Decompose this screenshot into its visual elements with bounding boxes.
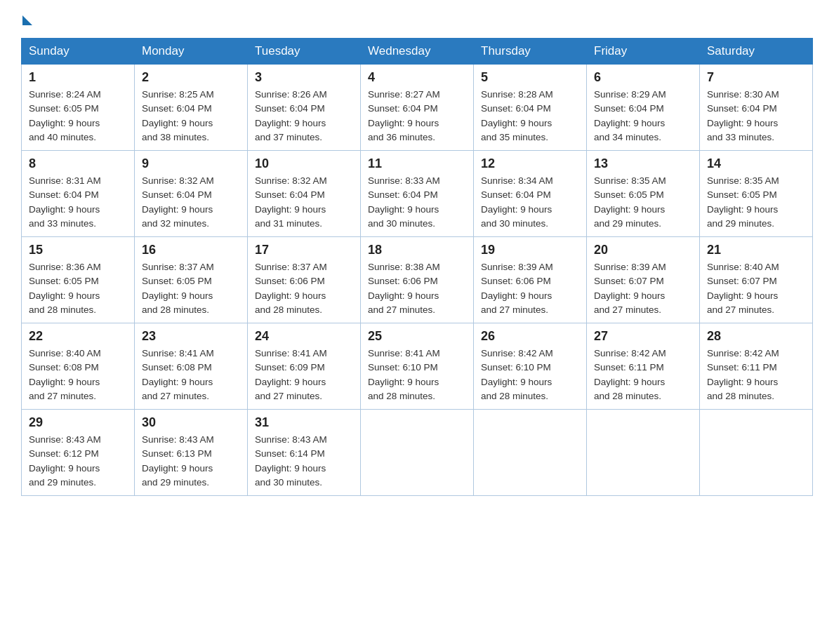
day-number: 1 bbox=[29, 70, 127, 85]
day-number: 13 bbox=[594, 156, 692, 171]
day-info: Sunrise: 8:43 AMSunset: 6:12 PMDaylight:… bbox=[29, 433, 127, 490]
calendar-cell: 7 Sunrise: 8:30 AMSunset: 6:04 PMDayligh… bbox=[700, 65, 813, 151]
day-info: Sunrise: 8:39 AMSunset: 6:07 PMDaylight:… bbox=[594, 260, 692, 317]
logo bbox=[21, 14, 32, 25]
day-number: 4 bbox=[368, 70, 466, 85]
weekday-header-wednesday: Wednesday bbox=[361, 39, 474, 65]
day-number: 6 bbox=[594, 70, 692, 85]
calendar-table: SundayMondayTuesdayWednesdayThursdayFrid… bbox=[21, 38, 813, 496]
calendar-cell: 1 Sunrise: 8:24 AMSunset: 6:05 PMDayligh… bbox=[22, 65, 135, 151]
weekday-header-tuesday: Tuesday bbox=[248, 39, 361, 65]
calendar-cell: 29 Sunrise: 8:43 AMSunset: 6:12 PMDaylig… bbox=[22, 410, 135, 496]
day-number: 18 bbox=[368, 243, 466, 257]
day-number: 19 bbox=[481, 243, 579, 257]
calendar-cell: 23 Sunrise: 8:41 AMSunset: 6:08 PMDaylig… bbox=[135, 323, 248, 410]
calendar-cell: 3 Sunrise: 8:26 AMSunset: 6:04 PMDayligh… bbox=[248, 65, 361, 151]
day-number: 14 bbox=[707, 156, 805, 171]
day-info: Sunrise: 8:41 AMSunset: 6:09 PMDaylight:… bbox=[255, 347, 353, 403]
weekday-header-row: SundayMondayTuesdayWednesdayThursdayFrid… bbox=[22, 39, 813, 65]
day-number: 27 bbox=[594, 329, 692, 344]
calendar-cell: 21 Sunrise: 8:40 AMSunset: 6:07 PMDaylig… bbox=[700, 237, 813, 323]
calendar-cell: 20 Sunrise: 8:39 AMSunset: 6:07 PMDaylig… bbox=[587, 237, 700, 323]
calendar-cell: 9 Sunrise: 8:32 AMSunset: 6:04 PMDayligh… bbox=[135, 151, 248, 237]
weekday-header-friday: Friday bbox=[587, 39, 700, 65]
day-number: 25 bbox=[368, 329, 466, 344]
day-info: Sunrise: 8:43 AMSunset: 6:13 PMDaylight:… bbox=[142, 433, 240, 490]
week-row-3: 15 Sunrise: 8:36 AMSunset: 6:05 PMDaylig… bbox=[22, 237, 813, 323]
day-info: Sunrise: 8:42 AMSunset: 6:10 PMDaylight:… bbox=[481, 347, 579, 403]
day-number: 21 bbox=[707, 243, 805, 257]
calendar-cell: 31 Sunrise: 8:43 AMSunset: 6:14 PMDaylig… bbox=[248, 410, 361, 496]
day-number: 9 bbox=[142, 156, 240, 171]
day-info: Sunrise: 8:31 AMSunset: 6:04 PMDaylight:… bbox=[29, 174, 127, 231]
day-info: Sunrise: 8:24 AMSunset: 6:05 PMDaylight:… bbox=[29, 88, 127, 145]
calendar-cell: 25 Sunrise: 8:41 AMSunset: 6:10 PMDaylig… bbox=[361, 323, 474, 410]
day-info: Sunrise: 8:36 AMSunset: 6:05 PMDaylight:… bbox=[29, 260, 127, 317]
calendar-cell: 19 Sunrise: 8:39 AMSunset: 6:06 PMDaylig… bbox=[474, 237, 587, 323]
day-number: 3 bbox=[255, 70, 353, 85]
calendar-cell bbox=[474, 410, 587, 496]
day-number: 17 bbox=[255, 243, 353, 257]
day-info: Sunrise: 8:35 AMSunset: 6:05 PMDaylight:… bbox=[707, 174, 805, 231]
day-info: Sunrise: 8:42 AMSunset: 6:11 PMDaylight:… bbox=[707, 347, 805, 403]
day-number: 29 bbox=[29, 415, 127, 430]
day-info: Sunrise: 8:32 AMSunset: 6:04 PMDaylight:… bbox=[255, 174, 353, 231]
day-info: Sunrise: 8:43 AMSunset: 6:14 PMDaylight:… bbox=[255, 433, 353, 490]
logo-triangle-icon bbox=[22, 15, 32, 25]
day-number: 26 bbox=[481, 329, 579, 344]
day-info: Sunrise: 8:38 AMSunset: 6:06 PMDaylight:… bbox=[368, 260, 466, 317]
weekday-header-saturday: Saturday bbox=[700, 39, 813, 65]
day-info: Sunrise: 8:26 AMSunset: 6:04 PMDaylight:… bbox=[255, 88, 353, 145]
calendar-cell bbox=[700, 410, 813, 496]
weekday-header-monday: Monday bbox=[135, 39, 248, 65]
day-number: 24 bbox=[255, 329, 353, 344]
calendar-cell: 22 Sunrise: 8:40 AMSunset: 6:08 PMDaylig… bbox=[22, 323, 135, 410]
day-info: Sunrise: 8:37 AMSunset: 6:05 PMDaylight:… bbox=[142, 260, 240, 317]
day-number: 22 bbox=[29, 329, 127, 344]
day-number: 15 bbox=[29, 243, 127, 257]
week-row-4: 22 Sunrise: 8:40 AMSunset: 6:08 PMDaylig… bbox=[22, 323, 813, 410]
day-info: Sunrise: 8:29 AMSunset: 6:04 PMDaylight:… bbox=[594, 88, 692, 145]
calendar-cell bbox=[587, 410, 700, 496]
day-info: Sunrise: 8:27 AMSunset: 6:04 PMDaylight:… bbox=[368, 88, 466, 145]
calendar-cell bbox=[361, 410, 474, 496]
day-number: 5 bbox=[481, 70, 579, 85]
week-row-5: 29 Sunrise: 8:43 AMSunset: 6:12 PMDaylig… bbox=[22, 410, 813, 496]
page-header bbox=[21, 14, 813, 25]
calendar-cell: 28 Sunrise: 8:42 AMSunset: 6:11 PMDaylig… bbox=[700, 323, 813, 410]
day-info: Sunrise: 8:28 AMSunset: 6:04 PMDaylight:… bbox=[481, 88, 579, 145]
calendar-cell: 30 Sunrise: 8:43 AMSunset: 6:13 PMDaylig… bbox=[135, 410, 248, 496]
calendar-cell: 24 Sunrise: 8:41 AMSunset: 6:09 PMDaylig… bbox=[248, 323, 361, 410]
day-info: Sunrise: 8:25 AMSunset: 6:04 PMDaylight:… bbox=[142, 88, 240, 145]
day-info: Sunrise: 8:39 AMSunset: 6:06 PMDaylight:… bbox=[481, 260, 579, 317]
calendar-cell: 6 Sunrise: 8:29 AMSunset: 6:04 PMDayligh… bbox=[587, 65, 700, 151]
day-number: 23 bbox=[142, 329, 240, 344]
day-number: 11 bbox=[368, 156, 466, 171]
weekday-header-sunday: Sunday bbox=[22, 39, 135, 65]
calendar-cell: 10 Sunrise: 8:32 AMSunset: 6:04 PMDaylig… bbox=[248, 151, 361, 237]
calendar-cell: 2 Sunrise: 8:25 AMSunset: 6:04 PMDayligh… bbox=[135, 65, 248, 151]
calendar-cell: 5 Sunrise: 8:28 AMSunset: 6:04 PMDayligh… bbox=[474, 65, 587, 151]
day-info: Sunrise: 8:30 AMSunset: 6:04 PMDaylight:… bbox=[707, 88, 805, 145]
day-number: 16 bbox=[142, 243, 240, 257]
day-number: 28 bbox=[707, 329, 805, 344]
day-number: 2 bbox=[142, 70, 240, 85]
day-number: 20 bbox=[594, 243, 692, 257]
day-info: Sunrise: 8:42 AMSunset: 6:11 PMDaylight:… bbox=[594, 347, 692, 403]
calendar-cell: 17 Sunrise: 8:37 AMSunset: 6:06 PMDaylig… bbox=[248, 237, 361, 323]
day-info: Sunrise: 8:41 AMSunset: 6:08 PMDaylight:… bbox=[142, 347, 240, 403]
calendar-cell: 11 Sunrise: 8:33 AMSunset: 6:04 PMDaylig… bbox=[361, 151, 474, 237]
day-info: Sunrise: 8:41 AMSunset: 6:10 PMDaylight:… bbox=[368, 347, 466, 403]
day-info: Sunrise: 8:40 AMSunset: 6:07 PMDaylight:… bbox=[707, 260, 805, 317]
weekday-header-thursday: Thursday bbox=[474, 39, 587, 65]
calendar-cell: 14 Sunrise: 8:35 AMSunset: 6:05 PMDaylig… bbox=[700, 151, 813, 237]
calendar-cell: 26 Sunrise: 8:42 AMSunset: 6:10 PMDaylig… bbox=[474, 323, 587, 410]
week-row-2: 8 Sunrise: 8:31 AMSunset: 6:04 PMDayligh… bbox=[22, 151, 813, 237]
week-row-1: 1 Sunrise: 8:24 AMSunset: 6:05 PMDayligh… bbox=[22, 65, 813, 151]
day-info: Sunrise: 8:33 AMSunset: 6:04 PMDaylight:… bbox=[368, 174, 466, 231]
calendar-cell: 13 Sunrise: 8:35 AMSunset: 6:05 PMDaylig… bbox=[587, 151, 700, 237]
day-number: 7 bbox=[707, 70, 805, 85]
day-info: Sunrise: 8:37 AMSunset: 6:06 PMDaylight:… bbox=[255, 260, 353, 317]
calendar-cell: 4 Sunrise: 8:27 AMSunset: 6:04 PMDayligh… bbox=[361, 65, 474, 151]
day-number: 30 bbox=[142, 415, 240, 430]
